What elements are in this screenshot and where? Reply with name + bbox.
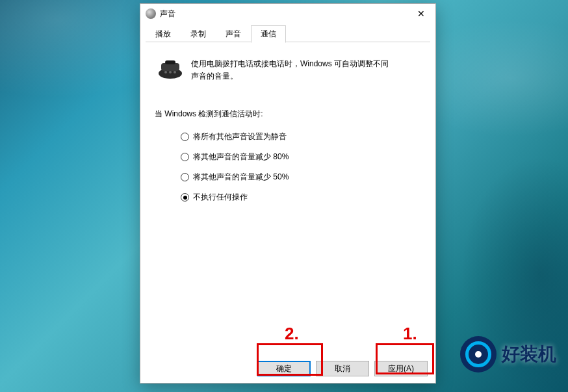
radio-label: 将所有其他声音设置为静音 bbox=[193, 131, 287, 142]
radio-icon bbox=[181, 173, 189, 181]
radio-group: 将所有其他声音设置为静音 将其他声音的音量减少 80% 将其他声音的音量减少 5… bbox=[155, 131, 421, 203]
info-row: 使用电脑拨打电话或接电话时，Windows 可自动调整不同声音的音量。 bbox=[155, 54, 421, 96]
radio-icon bbox=[181, 153, 189, 161]
radio-label: 将其他声音的音量减少 50% bbox=[193, 172, 289, 183]
section-label: 当 Windows 检测到通信活动时: bbox=[155, 109, 421, 120]
watermark: 好装机 bbox=[460, 336, 556, 372]
svg-point-5 bbox=[174, 71, 176, 73]
tab-strip: 播放 录制 声音 通信 bbox=[140, 23, 435, 42]
sound-dialog: 声音 ✕ 播放 录制 声音 通信 使用电脑拨打电话或接电话时，Windows 可… bbox=[140, 3, 436, 384]
window-title: 声音 bbox=[160, 8, 406, 20]
tab-content: 使用电脑拨打电话或接电话时，Windows 可自动调整不同声音的音量。 当 Wi… bbox=[140, 42, 435, 224]
radio-icon bbox=[181, 133, 189, 141]
radio-label: 不执行任何操作 bbox=[193, 192, 248, 203]
radio-icon bbox=[181, 193, 189, 202]
radio-option-mute-all[interactable]: 将所有其他声音设置为静音 bbox=[181, 131, 421, 142]
tab-playback[interactable]: 播放 bbox=[146, 25, 181, 42]
tab-recording[interactable]: 录制 bbox=[181, 25, 216, 42]
radio-option-do-nothing[interactable]: 不执行任何操作 bbox=[181, 192, 421, 203]
ok-button[interactable]: 确定 bbox=[257, 361, 311, 376]
close-button[interactable]: ✕ bbox=[406, 4, 435, 23]
watermark-text: 好装机 bbox=[502, 342, 556, 367]
button-row: 确定 取消 应用(A) bbox=[257, 361, 428, 376]
radio-option-reduce-80[interactable]: 将其他声音的音量减少 80% bbox=[181, 151, 421, 163]
cancel-button[interactable]: 取消 bbox=[316, 361, 369, 376]
radio-option-reduce-50[interactable]: 将其他声音的音量减少 50% bbox=[181, 172, 421, 183]
phone-icon bbox=[157, 58, 183, 80]
svg-rect-2 bbox=[165, 60, 175, 64]
tab-communications[interactable]: 通信 bbox=[251, 25, 286, 43]
titlebar[interactable]: 声音 ✕ bbox=[140, 4, 435, 23]
svg-point-4 bbox=[169, 71, 172, 73]
close-icon: ✕ bbox=[417, 8, 425, 19]
radio-label: 将其他声音的音量减少 80% bbox=[193, 151, 289, 163]
watermark-logo-icon bbox=[460, 336, 497, 372]
info-text: 使用电脑拨打电话或接电话时，Windows 可自动调整不同声音的音量。 bbox=[191, 58, 393, 83]
app-icon bbox=[146, 8, 156, 19]
apply-button[interactable]: 应用(A) bbox=[374, 361, 428, 376]
svg-point-3 bbox=[164, 71, 167, 73]
tab-sounds[interactable]: 声音 bbox=[216, 25, 251, 42]
